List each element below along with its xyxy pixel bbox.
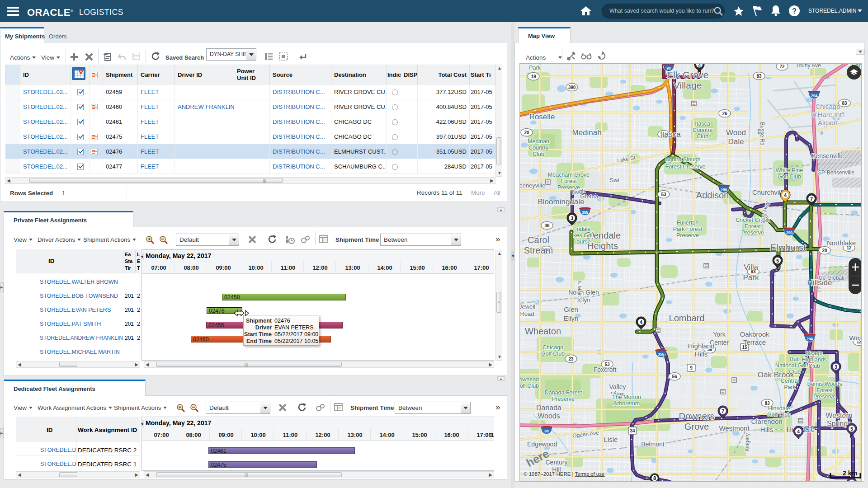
svg-text:Heights: Heights — [587, 241, 618, 251]
svg-text:The Morton: The Morton — [612, 394, 641, 400]
svg-text:72: 72 — [779, 64, 785, 69]
svg-text:Preserve: Preserve — [741, 230, 764, 236]
svg-text:390: 390 — [568, 85, 576, 90]
svg-text:88: 88 — [544, 429, 549, 433]
svg-text:© 1987–2017 HERE | Terms of us: © 1987–2017 HERE | Terms of use — [524, 471, 604, 477]
svg-text:36: 36 — [544, 223, 550, 228]
svg-text:Elk Grove: Elk Grove — [667, 70, 708, 80]
svg-text:kes Golf: kes Golf — [573, 232, 594, 239]
svg-text:34: 34 — [630, 428, 635, 433]
svg-text:?: ? — [792, 7, 797, 15]
svg-text:Bloomingdale: Bloomingdale — [538, 197, 584, 206]
svg-text:Touhy Ave: Touhy Ave — [796, 64, 821, 69]
svg-text:Club: Club — [697, 133, 708, 140]
svg-text:Golf Club: Golf Club — [541, 351, 565, 357]
svg-text:Forest: Forest — [816, 387, 833, 394]
svg-text:Club: Club — [789, 369, 801, 375]
svg-text:Forest: Forest — [561, 178, 577, 184]
svg-text:Foxcroft: Foxcroft — [594, 366, 617, 373]
svg-text:19: 19 — [531, 74, 536, 79]
svg-text:3: 3 — [571, 216, 573, 221]
svg-text:ourse: ourse — [576, 239, 590, 245]
svg-text:North Glen: North Glen — [568, 289, 599, 296]
svg-text:N Main St: N Main St — [577, 281, 582, 303]
svg-text:294: 294 — [811, 94, 817, 98]
svg-text:Keeneyville: Keeneyville — [520, 182, 545, 189]
svg-text:Downers: Downers — [679, 411, 715, 421]
svg-text:Terrace: Terrace — [743, 338, 766, 346]
svg-text:Butl: Butl — [790, 356, 800, 362]
svg-text:53: 53 — [661, 192, 666, 197]
svg-text:Glen: Glen — [564, 305, 578, 313]
svg-text:Park Forest: Park Forest — [673, 226, 703, 232]
svg-text:Golf Club: Golf Club — [520, 383, 539, 389]
svg-text:rrowhead: rrowhead — [520, 376, 539, 383]
svg-text:Chicago: Chicago — [542, 344, 563, 351]
svg-text:8: 8 — [653, 475, 656, 481]
svg-text:Forest: Forest — [745, 223, 761, 230]
svg-text:Belmont: Belmont — [641, 441, 664, 448]
svg-text:Arboretum: Arboretum — [613, 400, 640, 407]
svg-text:83: 83 — [842, 101, 847, 106]
svg-text:Preserve: Preserve — [813, 394, 836, 400]
svg-text:4: 4 — [640, 319, 643, 325]
svg-text:Stream: Stream — [524, 245, 553, 255]
svg-text:Grove: Grove — [684, 422, 709, 432]
svg-text:5: 5 — [850, 426, 853, 432]
svg-text:Central: Central — [781, 378, 799, 384]
svg-text:Preserve: Preserve — [557, 184, 580, 191]
svg-text:Kingery: Kingery — [744, 433, 750, 452]
svg-text:Hills: Hills — [695, 350, 708, 358]
svg-text:Carol: Carol — [528, 235, 549, 245]
svg-text:Up-Globali: Up-Globali — [819, 275, 844, 281]
svg-text:Clarendon: Clarendon — [751, 418, 782, 425]
svg-text:Golf Club: Golf Club — [767, 412, 791, 418]
svg-text:Addison: Addison — [696, 190, 729, 200]
svg-text:Club: Club — [808, 363, 820, 369]
svg-text:Western: Western — [826, 412, 852, 419]
svg-text:Preserve: Preserve — [552, 396, 575, 402]
svg-text:6: 6 — [850, 480, 853, 482]
svg-text:Road: Road — [520, 310, 534, 317]
svg-text:Highland: Highland — [688, 342, 714, 350]
svg-text:Lisle: Lisle — [604, 436, 618, 443]
svg-text:Woods: Woods — [538, 412, 560, 420]
svg-text:Golf Club: Golf Club — [778, 174, 801, 180]
svg-text:Valley: Valley — [609, 383, 626, 390]
svg-text:Lombard: Lombard — [669, 313, 705, 323]
svg-text:Forest Preserve: Forest Preserve — [665, 164, 706, 170]
svg-text:Itasca: Itasca — [695, 121, 710, 127]
svg-text:4: 4 — [784, 192, 787, 198]
svg-text:Medinah: Medinah — [528, 138, 549, 145]
svg-text:5: 5 — [776, 258, 779, 263]
svg-text:Ellyn: Ellyn — [564, 314, 579, 322]
svg-text:Swi: Swi — [610, 177, 619, 183]
svg-text:Villa: Villa — [744, 263, 758, 272]
svg-text:ngbird Slough: ngbird Slough — [665, 156, 700, 163]
svg-text:Village: Village — [674, 80, 702, 90]
svg-text:Hills: Hills — [760, 426, 773, 433]
svg-text:Bemis Woods: Bemis Woods — [807, 381, 842, 387]
svg-text:20: 20 — [822, 248, 827, 253]
svg-text:CP-Bensenville: CP-Bensenville — [817, 169, 854, 176]
svg-text:56: 56 — [672, 374, 677, 379]
svg-text:20: 20 — [524, 130, 529, 135]
svg-text:Preserve: Preserve — [676, 232, 699, 239]
svg-text:Edgewood: Edgewood — [527, 441, 557, 448]
svg-text:Roselle: Roselle — [529, 113, 555, 121]
svg-text:Wood: Wood — [726, 128, 746, 137]
svg-text:9: 9 — [690, 366, 693, 371]
svg-text:3: 3 — [835, 364, 837, 370]
svg-text:Bensenville: Bensenville — [811, 152, 844, 160]
svg-text:355: 355 — [658, 352, 664, 357]
svg-text:7: 7 — [810, 196, 813, 202]
svg-text:White Pine: White Pine — [776, 167, 803, 174]
svg-text:Northlake: Northlake — [827, 239, 856, 247]
svg-text:Park: Park — [529, 65, 541, 71]
svg-text:83: 83 — [764, 401, 770, 406]
svg-text:Medinah: Medinah — [572, 128, 601, 137]
svg-text:2 km: 2 km — [843, 469, 857, 477]
svg-text:4: 4 — [797, 429, 800, 434]
svg-text:✈: ✈ — [820, 130, 825, 136]
svg-text:Club: Club — [533, 151, 544, 157]
